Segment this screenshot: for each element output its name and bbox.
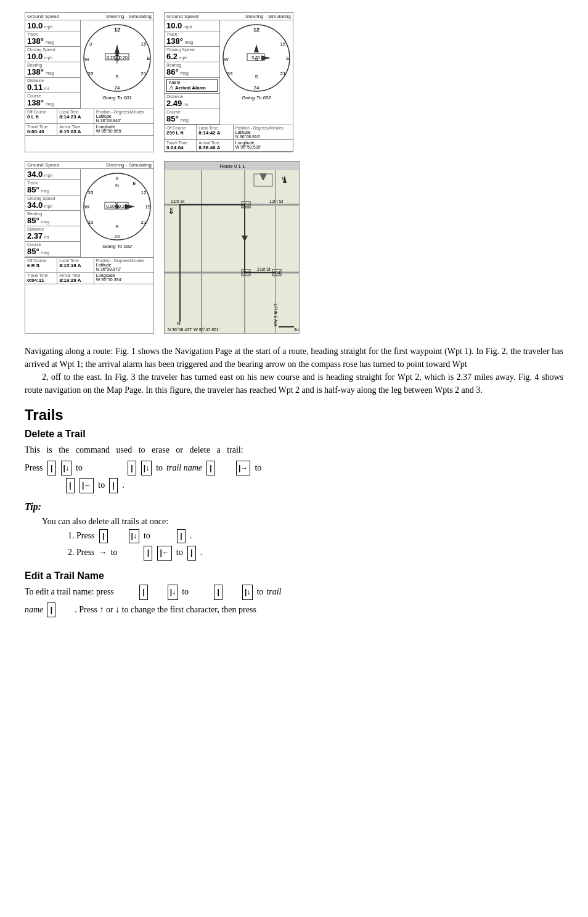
list-period-2: . <box>200 545 203 560</box>
list-key-pipe-1: | <box>99 529 108 544</box>
fig3-compass-svg: 6 E 12 15 21 24 33 W 33 N S <box>82 171 153 242</box>
fig3-lat-dir: N <box>96 267 99 271</box>
fig2-at-dir: A <box>217 145 221 150</box>
list-item-1: 1. Press | |↓ to | . <box>68 528 563 544</box>
fig2-bearing-value: 86° <box>166 67 179 76</box>
fig2-travel-time: Travel Time 0:24:04 <box>165 140 197 151</box>
fig2-track-label: Track <box>166 32 218 36</box>
fig1-ground-speed-field: 10.0 mph <box>25 20 80 31</box>
edit-trail-line1: To edit a trail name: press | |↓ to | |↓… <box>25 584 563 601</box>
fig1-cs-value: 10.0 <box>27 52 43 61</box>
svg-text:15: 15 <box>141 41 146 47</box>
edit-trail-heading: Edit a Trail Name <box>25 570 563 582</box>
fig3-travel-time: Travel Time 0:04:11 <box>25 273 57 284</box>
fig1-dist-value: 0.11 <box>27 83 43 92</box>
svg-marker-31 <box>261 56 271 60</box>
edit-trail-content: To edit a trail name: press | |↓ to | |↓… <box>25 584 563 618</box>
svg-text:S: S <box>115 74 118 80</box>
svg-text:N: N <box>115 183 119 188</box>
fig1-bearing-value: 138° <box>27 67 44 76</box>
fig2-track-field: Track 138° mag <box>165 31 219 47</box>
list-key-pipe-3: | <box>144 546 152 561</box>
fig2-lt-val: 8:14:42 <box>198 130 216 136</box>
key-pipe-down-1: |↓ <box>61 461 71 476</box>
fig3-lt-val: 8:15:18 <box>59 263 76 268</box>
fig2-course-field: Course 85° mag <box>165 109 219 125</box>
fig2-gs-unit: mph <box>184 25 192 29</box>
key-pipe-left-1: |← <box>80 478 94 493</box>
fig1-gs-unit: mph <box>44 25 53 29</box>
fig3-course-field: Course 85° mag <box>25 242 80 257</box>
list-key-left-2: |← <box>157 546 171 561</box>
key-pipe-right-1: |→ <box>236 461 250 476</box>
svg-text:E: E <box>133 181 136 186</box>
fig2-tt-val: 0:24:04 <box>166 145 184 150</box>
fig1-compass-svg: 12 15 E 21 24 33 W 3 N S <box>82 23 153 94</box>
fig3-dist-label: Distance <box>27 227 78 231</box>
fig3-dist-unit: mi <box>44 235 49 239</box>
svg-point-50 <box>115 205 119 208</box>
svg-text:S: S <box>255 74 258 80</box>
key-pipe-2: | <box>128 461 136 476</box>
svg-text:E: E <box>286 56 289 61</box>
fig2-local-time: Local Time 8:14:42 A <box>197 125 234 139</box>
edit-key-pipe-2: | <box>214 585 223 600</box>
page-content: Ground Speed Steering - Simulating 10.0 … <box>0 0 588 643</box>
fig3-cs-label: Closing Speed <box>27 196 78 200</box>
fig1-bearing-label: Bearing <box>27 63 78 67</box>
fig2-at-val: 8:38:46 <box>198 145 216 150</box>
arrival-alarm-text: Arrival Alarm <box>175 85 206 91</box>
list-key-pipe-4: | <box>187 546 196 561</box>
svg-text:21: 21 <box>141 220 146 225</box>
to-text-1: to <box>76 460 83 477</box>
fig3-compass: 6 E 12 15 21 24 33 W 33 N S <box>82 171 153 242</box>
fig3-course-value: 85° <box>27 247 39 256</box>
nav-panel-fig2: Ground Speed Steering - Simulating 10.0 … <box>164 12 293 152</box>
svg-text:3: 3 <box>89 41 92 47</box>
fig3-distance-field: Distance 2.37 mi <box>25 226 80 242</box>
to-text-4: to <box>98 477 105 494</box>
edit-trail-italic: trail <box>266 584 281 601</box>
delete-intro-text: This is the command used to erase or del… <box>25 442 243 459</box>
svg-text:33: 33 <box>88 71 93 76</box>
nav-panel-fig3-header: Ground Speed Steering - Simulating <box>25 162 153 169</box>
fig1-cs-unit: mph <box>44 56 53 60</box>
fig2-going-to: Going To 002 <box>242 94 271 101</box>
fig1-distance-field: Distance 0.11 mi <box>25 78 80 93</box>
tip-content: You can also delete all trails at once: … <box>42 515 563 561</box>
fig3-main: 34.0 mph Track 85° mag Closing Speed 34.… <box>25 169 153 257</box>
edit-to-2: to <box>256 584 263 601</box>
fig1-lat-val: 36°08.946' <box>100 118 121 123</box>
svg-text:002: 002 <box>242 203 250 207</box>
fig1-header-right: Steering - Simulating <box>106 14 152 19</box>
fig2-ground-speed-field: 10.0 mph <box>165 20 219 31</box>
svg-text:N: N <box>177 321 181 326</box>
fig3-cs-value: 34.0 <box>27 200 43 210</box>
fig2-cs-label: Closing Speed <box>166 47 218 52</box>
fig1-course-unit: mag <box>45 102 54 106</box>
svg-text:W: W <box>84 57 89 62</box>
fig2-compass-svg: 12 15 E 21 24 33 W N S 0.20 <box>221 23 292 94</box>
fig2-main: 10.0 mph Track 138° mag Closing Speed 6.… <box>165 20 293 125</box>
fig2-lt-dir: A <box>217 130 221 136</box>
fig1-dist-label: Distance <box>27 78 78 83</box>
fig2-track-unit: mag <box>184 40 193 44</box>
fig2-cs-value: 6.2 <box>166 52 178 61</box>
fig1-course-value: 138° <box>27 98 44 107</box>
figures-row-1: Ground Speed Steering - Simulating 10.0 … <box>25 12 563 152</box>
fig2-bottom-row1: Off Course 239 L ft Local Time 8:14:42 A… <box>165 125 293 140</box>
edit-press-arrows: . Press ↑ or ↓ to change the first chara… <box>75 602 256 619</box>
fig1-header-left: Ground Speed <box>27 14 59 19</box>
fig2-header-right: Steering - Simulating <box>245 14 291 19</box>
press-label-1: Press <box>25 460 43 477</box>
fig2-left-panel: 10.0 mph Track 138° mag Closing Speed 6.… <box>165 20 220 125</box>
fig3-compass-area: 6 E 12 15 21 24 33 W 33 N S <box>81 169 153 257</box>
fig2-dist-label: Distance <box>166 94 218 99</box>
fig3-closing-speed-field: Closing Speed 34.0 mph <box>25 195 80 211</box>
edit-trail-line2: name | . Press ↑ or ↓ to change the firs… <box>25 602 563 619</box>
edit-intro: To edit a trail name: press <box>25 584 114 601</box>
fig2-dist-unit: mi <box>184 102 188 107</box>
delete-trail-line3: | |← to | . <box>25 477 563 494</box>
fig1-main: 10.0 mph Track 138° mag Closing Speed 10… <box>25 20 153 109</box>
body-text: Navigating along a route: Fig. 1 shows t… <box>25 345 563 397</box>
